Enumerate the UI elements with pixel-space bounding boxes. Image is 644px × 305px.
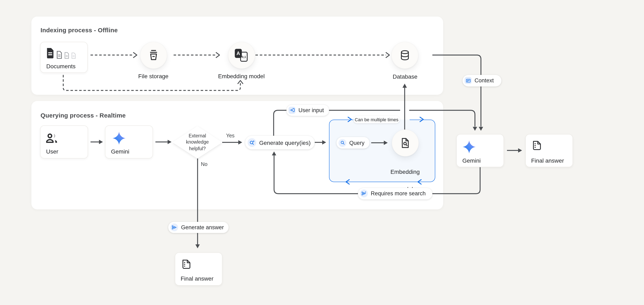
users-icon [46,133,58,143]
send-sparkle-icon [360,190,368,198]
translate-numbers-icon: 0,1 A [234,49,248,61]
gemini-right-card: Gemini [456,134,504,167]
generate-answer-pill: Generate answer [168,222,228,233]
letter-chip: A [235,49,242,58]
decision-text: External knowledge helpful? [186,133,209,152]
database-label: Database [376,72,434,81]
document-outline-icon [71,53,76,59]
file-storage-node [140,42,167,69]
context-edge-label: Context [462,75,502,86]
database-cylinder-icon [399,50,410,61]
loop-note-text: Can be multiple times [355,117,398,122]
embedding-model-loop-node [392,129,418,156]
send-icon [170,223,178,231]
gemini-left-card: Gemini [105,125,153,158]
final-answer-bottom-label: Final answer [181,275,214,282]
embedding-model-top-node: 0,1 A [228,42,255,69]
document-outline-icon [64,52,70,59]
generate-queries-pill: Generate query(ies) [245,136,314,149]
rag-architecture-diagram: Indexing process - Offline Querying proc… [0,0,644,305]
documents-label: Documents [46,63,76,70]
gemini-left-label: Gemini [111,148,130,155]
gemini-star-icon [462,140,476,154]
final-answer-right-label: Final answer [531,157,564,164]
summary-doc-icon [532,140,542,151]
requires-more-search-pill: Requires more search [358,188,432,199]
input-arrow-icon [288,107,296,114]
documents-stack-icon [46,48,76,59]
no-edge-label: No [201,161,208,167]
user-input-edge-label: User input [286,105,329,116]
summary-doc-icon [182,259,192,269]
final-answer-right-card: Final answer [525,134,573,167]
document-outline-icon [56,51,62,59]
user-card: User [40,125,88,158]
decision-diamond: External knowledge helpful? [172,126,222,158]
document-search-icon [400,137,411,148]
embedding-model-top-label: Embedding model [212,72,270,81]
yes-edge-label: Yes [226,133,234,139]
gemini-right-label: Gemini [462,157,481,164]
loop-note-pill: Can be multiple times [354,116,400,123]
file-storage-label: File storage [126,72,180,81]
documents-card: Documents [40,42,88,73]
card-icon [464,77,472,84]
query-pill: Query [336,137,370,149]
user-label: User [46,148,58,155]
search-icon [338,139,346,147]
document-filled-icon [46,48,54,59]
final-answer-bottom-card: Final answer [175,252,222,285]
gemini-star-icon [112,131,126,145]
database-node [392,42,418,69]
storage-bucket-icon [148,50,158,60]
search-sparkle-icon [248,138,256,147]
